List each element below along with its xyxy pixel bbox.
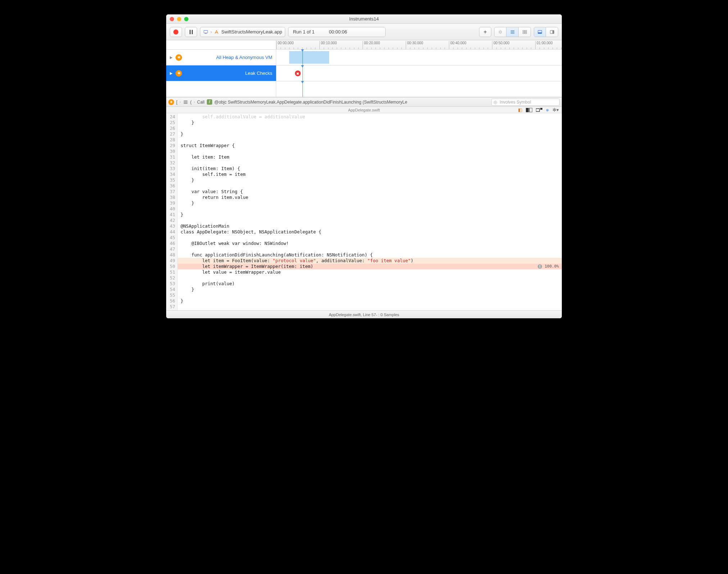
menu-icon[interactable] <box>183 100 188 105</box>
view-inspector-button[interactable] <box>546 27 558 37</box>
svg-rect-11 <box>526 108 529 112</box>
playhead[interactable] <box>302 50 303 65</box>
track-empty <box>166 81 562 97</box>
track-leaks[interactable]: ▶ ✳︎ Leak Checks <box>166 65 562 81</box>
code-content[interactable]: self.additionalValue = additionalValue }… <box>178 113 562 310</box>
zoom-icon[interactable] <box>184 17 188 21</box>
svg-rect-8 <box>538 32 542 33</box>
playhead[interactable] <box>302 65 303 81</box>
allocations-icon: ✳︎ <box>176 54 182 61</box>
target-app-name: SwiftStructsMemoryLeak.app <box>221 29 282 35</box>
svg-rect-0 <box>204 30 208 33</box>
annotation-toggle-icon[interactable]: ◧ <box>518 107 522 113</box>
search-input[interactable]: Involves Symbol <box>491 99 560 106</box>
panel-right-icon <box>550 29 555 35</box>
plus-icon: + <box>483 29 487 35</box>
svg-point-2 <box>499 31 501 33</box>
disclosure-icon[interactable]: ▶ <box>170 55 173 59</box>
source-editor[interactable]: 2425262728293031323334353637383940414243… <box>166 113 562 310</box>
heaviest-line-badge: 100.0% <box>537 264 559 269</box>
timeline-area: 00:00.00000:10.00000:20.00000:30.00000:4… <box>166 40 562 97</box>
gear-icon[interactable]: ✻▾ <box>552 107 559 113</box>
chevron-right-icon: › <box>179 100 181 104</box>
svg-rect-3 <box>523 30 524 32</box>
leak-marker-icon[interactable] <box>295 70 301 76</box>
strategy-option-3[interactable] <box>519 27 531 37</box>
line-gutter: 2425262728293031323334353637383940414243… <box>166 113 178 310</box>
titlebar: Instruments14 <box>166 14 562 24</box>
svg-rect-14 <box>540 108 542 110</box>
status-text: AppDelegate.swift, Line 57- : 0 Samples <box>329 313 399 317</box>
track-label: Leak Checks <box>185 70 272 76</box>
instrument-icon: ✳︎ <box>168 99 174 105</box>
view-mode[interactable]: Call <box>197 100 205 105</box>
close-icon[interactable] <box>170 17 174 21</box>
detail-toolbar: ✳︎ [ › ( › Call f @objc SwiftStructsMemo… <box>166 97 562 107</box>
device-icon <box>203 29 208 35</box>
track-allocations[interactable]: ▶ ✳︎ All Heap & Anonymous VM <box>166 50 562 65</box>
svg-rect-17 <box>540 267 540 268</box>
xcode-icon[interactable]: ⎈ <box>546 107 549 113</box>
view-segment <box>534 27 558 37</box>
track-body-allocations[interactable] <box>276 50 562 65</box>
svg-rect-5 <box>523 32 524 33</box>
leaks-icon: ✳︎ <box>176 70 182 77</box>
grid-icon <box>522 29 527 35</box>
target-selector[interactable]: › SwiftStructsMemoryLeak.app <box>200 27 285 37</box>
svg-rect-6 <box>525 32 526 33</box>
strategy-option-2[interactable] <box>506 27 519 37</box>
track-body-leaks[interactable] <box>276 65 562 81</box>
track-label: All Heap & Anonymous VM <box>185 55 272 60</box>
list-icon <box>510 29 515 35</box>
detail-popup-1[interactable]: [ <box>176 100 177 105</box>
gear-icon <box>498 29 503 35</box>
run-info[interactable]: Run 1 of 1 00:00:06 <box>288 27 385 37</box>
pause-icon <box>190 30 193 34</box>
chevron-right-icon: › <box>210 29 212 35</box>
window-controls <box>170 17 188 21</box>
svg-rect-4 <box>525 30 526 32</box>
view-detail-button[interactable] <box>534 27 546 37</box>
time-ruler[interactable]: 00:00.00000:10.00000:20.00000:30.00000:4… <box>276 40 562 49</box>
main-toolbar: › SwiftStructsMemoryLeak.app Run 1 of 1 … <box>166 24 562 40</box>
file-header: AppDelegate.swift ◧ ⎈ ✻▾ <box>166 107 562 113</box>
app-icon <box>214 29 219 35</box>
function-icon: f <box>207 99 212 105</box>
detail-popup-2[interactable]: ( <box>190 100 192 105</box>
chevron-right-icon: › <box>194 100 195 104</box>
svg-rect-12 <box>529 108 532 112</box>
strategy-option-1[interactable] <box>494 27 506 37</box>
elapsed-time: 00:00:06 <box>329 29 347 35</box>
record-button[interactable] <box>170 27 182 37</box>
panel-bottom-icon <box>537 29 542 35</box>
add-instrument-button[interactable]: + <box>479 27 491 37</box>
status-bar: AppDelegate.swift, Line 57- : 0 Samples <box>166 310 562 318</box>
assistant-icon[interactable] <box>536 108 542 112</box>
playhead[interactable] <box>302 81 303 97</box>
svg-rect-10 <box>552 30 554 33</box>
strategy-segment <box>494 27 531 37</box>
file-name: AppDelegate.swift <box>348 108 380 112</box>
instruments-window: Instruments14 › SwiftStructsMemoryLeak.a… <box>166 14 562 318</box>
counterpart-icon[interactable] <box>526 108 532 112</box>
breadcrumb[interactable]: @objc SwiftStructsMemoryLeak.AppDelegate… <box>214 100 489 105</box>
run-label: Run 1 of 1 <box>293 29 314 35</box>
svg-rect-1 <box>205 33 206 33</box>
svg-rect-13 <box>536 109 540 111</box>
record-icon <box>173 29 178 35</box>
svg-rect-16 <box>540 265 540 267</box>
disclosure-icon[interactable]: ▶ <box>170 71 173 75</box>
minimize-icon[interactable] <box>177 17 181 21</box>
pause-button[interactable] <box>185 27 197 37</box>
window-title: Instruments14 <box>166 16 562 22</box>
